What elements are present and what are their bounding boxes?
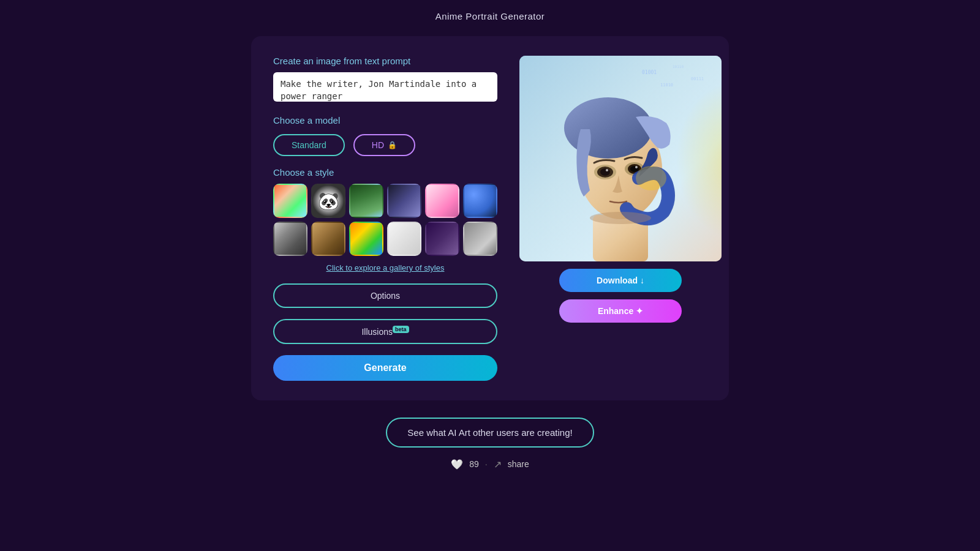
share-text[interactable]: share bbox=[508, 459, 529, 469]
style-thumb-9[interactable] bbox=[349, 222, 383, 256]
style-thumb-12[interactable] bbox=[463, 222, 497, 256]
social-row: 🤍 89 · ↗ share bbox=[451, 459, 529, 470]
generated-image: 01001 11010 10110 00111 bbox=[519, 56, 722, 261]
svg-text:01001: 01001 bbox=[642, 70, 657, 75]
options-button[interactable]: Options bbox=[273, 283, 497, 308]
lock-icon: 🔒 bbox=[388, 141, 397, 149]
style-section: Choose a style bbox=[273, 167, 497, 256]
style-thumb-7[interactable] bbox=[273, 222, 307, 256]
svg-point-16 bbox=[635, 166, 638, 168]
style-thumb-8[interactable] bbox=[311, 222, 345, 256]
page-title: Anime Portrait Generator bbox=[435, 11, 545, 21]
style-thumb-3[interactable] bbox=[349, 184, 383, 218]
style-grid bbox=[273, 184, 497, 256]
model-section: Choose a model Standard HD 🔒 bbox=[273, 115, 497, 156]
style-label: Choose a style bbox=[273, 167, 497, 178]
dot-separator: · bbox=[485, 459, 488, 469]
model-label: Choose a model bbox=[273, 115, 497, 126]
style-thumb-4[interactable] bbox=[387, 184, 421, 218]
header: Anime Portrait Generator bbox=[0, 0, 980, 30]
main-card: Create an image from text prompt Make th… bbox=[251, 36, 729, 400]
illusions-button[interactable]: Illusionsbeta bbox=[273, 319, 497, 344]
prompt-label: Create an image from text prompt bbox=[273, 56, 497, 66]
style-thumb-5[interactable] bbox=[425, 184, 459, 218]
heart-icon[interactable]: 🤍 bbox=[451, 459, 463, 470]
svg-point-11 bbox=[600, 168, 610, 176]
prompt-section: Create an image from text prompt Make th… bbox=[273, 56, 497, 104]
svg-text:11010: 11010 bbox=[660, 83, 673, 88]
style-thumb-10[interactable] bbox=[387, 222, 421, 256]
share-icon[interactable]: ↗ bbox=[494, 459, 502, 470]
svg-point-12 bbox=[606, 169, 608, 171]
left-panel: Create an image from text prompt Make th… bbox=[273, 56, 497, 381]
style-thumb-1[interactable] bbox=[273, 184, 307, 218]
like-count: 89 bbox=[469, 459, 479, 469]
svg-point-18 bbox=[590, 212, 651, 224]
see-art-button[interactable]: See what AI Art other users are creating… bbox=[386, 418, 594, 448]
svg-text:00111: 00111 bbox=[691, 77, 704, 81]
standard-model-button[interactable]: Standard bbox=[273, 134, 345, 156]
enhance-button[interactable]: Enhance ✦ bbox=[559, 299, 682, 323]
style-thumb-11[interactable] bbox=[425, 222, 459, 256]
model-row: Standard HD 🔒 bbox=[273, 134, 497, 156]
svg-point-17 bbox=[636, 166, 666, 190]
style-thumb-6[interactable] bbox=[463, 184, 497, 218]
explore-gallery-link[interactable]: Click to explore a gallery of styles bbox=[273, 263, 497, 272]
right-panel: 01001 11010 10110 00111 bbox=[519, 56, 722, 381]
svg-text:10110: 10110 bbox=[673, 64, 684, 69]
prompt-input[interactable]: Make the writer, Jon Martindale into a p… bbox=[273, 72, 497, 102]
portrait-svg: 01001 11010 10110 00111 bbox=[519, 56, 722, 261]
generate-button[interactable]: Generate bbox=[273, 355, 497, 381]
illusions-badge: beta bbox=[393, 326, 409, 333]
style-thumb-2[interactable] bbox=[311, 184, 345, 218]
bottom-area: See what AI Art other users are creating… bbox=[0, 418, 980, 470]
hd-model-button[interactable]: HD 🔒 bbox=[353, 134, 415, 156]
download-button[interactable]: Download ↓ bbox=[559, 269, 682, 292]
